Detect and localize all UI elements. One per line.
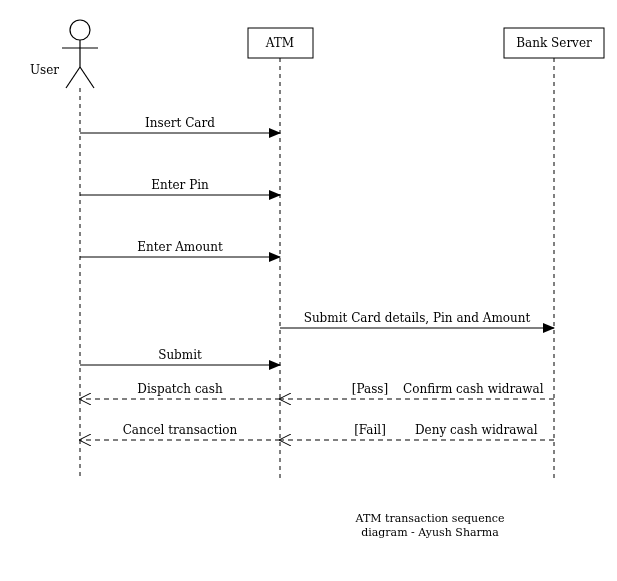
msg-enter-amount: Enter Amount — [80, 240, 280, 257]
actor-user-label: User — [30, 63, 59, 77]
msg-insert-card: Insert Card — [80, 116, 280, 133]
actor-bank-label: Bank Server — [516, 36, 592, 50]
actor-bank: Bank Server — [504, 28, 604, 58]
msg-fail: [Fail] Deny cash widrawal Cancel transac… — [80, 423, 554, 440]
actor-atm: ATM — [248, 28, 313, 58]
msg-submit: Submit — [80, 348, 280, 365]
svg-point-0 — [70, 20, 90, 40]
msg-pass: [Pass] Confirm cash widrawal Dispatch ca… — [80, 382, 554, 399]
svg-line-3 — [66, 67, 80, 88]
svg-text:[Pass]: [Pass] — [352, 382, 388, 396]
svg-text:Submit Card details, Pin and A: Submit Card details, Pin and Amount — [304, 311, 531, 325]
svg-text:Confirm cash widrawal: Confirm cash widrawal — [403, 382, 544, 396]
svg-text:Insert Card: Insert Card — [145, 116, 215, 130]
svg-text:ATM transaction sequence: ATM transaction sequence — [355, 512, 505, 525]
svg-text:Enter Pin: Enter Pin — [151, 178, 209, 192]
sequence-diagram: User ATM Bank Server Insert Card Enter P… — [0, 0, 617, 581]
svg-text:Enter Amount: Enter Amount — [137, 240, 223, 254]
svg-text:Submit: Submit — [158, 348, 202, 362]
actor-atm-label: ATM — [265, 36, 294, 50]
svg-text:[Fail]: [Fail] — [354, 423, 386, 437]
svg-line-4 — [80, 67, 94, 88]
diagram-caption: ATM transaction sequence diagram - Ayush… — [355, 512, 505, 539]
msg-submit-details: Submit Card details, Pin and Amount — [280, 311, 554, 328]
svg-text:Deny cash widrawal: Deny cash widrawal — [415, 423, 538, 437]
actor-user: User — [30, 20, 98, 88]
svg-text:Cancel transaction: Cancel transaction — [123, 423, 238, 437]
svg-text:Dispatch cash: Dispatch cash — [137, 382, 223, 396]
msg-enter-pin: Enter Pin — [80, 178, 280, 195]
svg-text:diagram - Ayush Sharma: diagram - Ayush Sharma — [361, 526, 499, 539]
